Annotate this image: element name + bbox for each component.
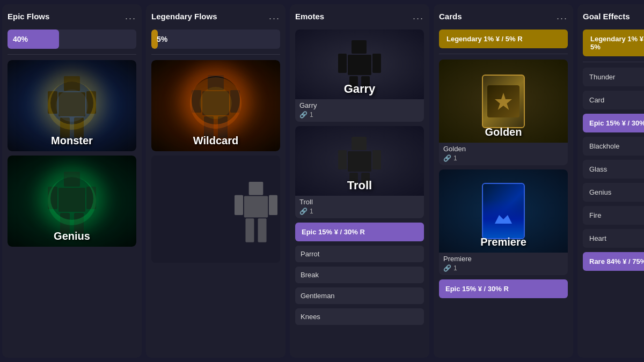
legendary-flows-divider [151,54,280,55]
gentleman-name: Gentleman [301,292,419,300]
emotes-header: Emotes ... [295,10,424,25]
genius-glow [50,177,93,220]
card-item-goal[interactable]: Card [583,91,644,109]
goal-effects-title: Goal Effects [583,12,630,21]
genius-goal-label: Genius [589,188,611,196]
epic-flows-divider [8,54,136,55]
premiere-info: Premiere 🔗 1 [439,253,568,275]
epic-flows-scroll[interactable]: Monster [8,60,136,352]
troll-emote-card[interactable]: Troll Troll 🔗 1 [295,126,424,218]
blackhole-label: Blackhole [589,142,619,150]
cards-title: Cards [439,12,462,21]
knees-name: Knees [301,313,419,321]
cards-legendary-badge: Legendary 1% ¥ / 5% R [439,29,568,48]
premiere-label: Premiere [439,236,568,248]
golden-card-inner [487,85,519,117]
legendary-flows-menu[interactable]: ... [269,11,280,22]
fire-item[interactable]: Fire [583,206,644,225]
gentleman-item[interactable]: Gentleman [295,287,424,304]
cards-column: Cards ... Legendary 1% ¥ / 5% R Gol [434,4,573,358]
premiere-card-inner [483,200,524,238]
cards-divider [439,54,568,54]
golden-coins: 🔗 1 [443,154,564,162]
genius-image: Genius [8,156,136,247]
golden-card-image: Golden [439,60,568,143]
premiere-icon [493,213,514,226]
wildcard-glow [192,76,240,124]
cards-scroll[interactable]: Golden Golden 🔗 1 [439,60,568,352]
premiere-card[interactable]: Premiere Premiere 🔗 1 [439,169,568,275]
ghost-card[interactable] [151,156,280,263]
break-item[interactable]: Break [295,267,424,283]
blackhole-item[interactable]: Blackhole [583,137,644,156]
emotes-menu[interactable]: ... [413,11,424,22]
genius-goal-item[interactable]: Genius [583,183,644,202]
legendary-flows-progress-container: 5% [151,29,280,49]
glass-item[interactable]: Glass [583,160,644,179]
legendary-flows-scroll[interactable]: Wildcard [151,60,280,352]
golden-info: Golden 🔗 1 [439,143,568,165]
emotes-column: Emotes ... Garry Garry [290,4,429,358]
svg-rect-30 [348,55,371,75]
rare-badge: Rare 84% ¥ / 75% R [583,252,644,271]
legendary-flows-column: Legendary Flows ... 5% [146,4,286,358]
goal-epic-badge: Epic 15% ¥ / 30% R [583,114,644,132]
golden-name: Golden [443,145,564,153]
svg-rect-29 [352,40,367,54]
golden-card[interactable]: Golden Golden 🔗 1 [439,60,568,165]
troll-name: Troll [299,198,420,206]
thunder-label: Thunder [589,73,615,81]
knees-item[interactable]: Knees [295,308,424,325]
cards-menu[interactable]: ... [557,11,568,22]
garry-emote-card[interactable]: Garry Garry 🔗 1 [295,29,424,122]
emotes-title: Emotes [295,12,324,21]
svg-rect-27 [245,218,254,242]
rare-badge-text: Rare 84% ¥ / 75% R [589,257,644,265]
parrot-name: Parrot [301,250,419,258]
legendary-flows-title: Legendary Flows [151,12,217,21]
svg-marker-42 [495,215,512,224]
troll-info: Troll 🔗 1 [295,196,424,218]
garry-coin-icon: 🔗 [299,111,308,119]
main-container: Epic Flows ... 40% [0,0,644,362]
cards-legendary-text: Legendary 1% ¥ / 5% R [447,35,523,43]
wildcard-image: Wildcard [151,60,280,151]
epic-flows-menu[interactable]: ... [125,11,136,22]
troll-image: Troll [295,126,424,196]
wildcard-card[interactable]: Wildcard [151,60,280,151]
epic-flows-progress-text: 40% [13,35,28,43]
genius-label: Genius [8,230,136,242]
epic-flows-progress-container: 40% [8,29,136,49]
legendary-flows-progress-bar: 5% [151,29,158,49]
svg-marker-41 [495,93,512,110]
garry-image: Garry [295,29,424,99]
svg-rect-28 [258,218,267,242]
monster-glow [50,82,93,124]
ghost-figure-svg [232,177,280,263]
fire-label: Fire [589,211,601,219]
thunder-item[interactable]: Thunder [583,68,644,86]
heart-item[interactable]: Heart [583,229,644,248]
premiere-card-image: Premiere [439,169,568,253]
epic-flows-header: Epic Flows ... [8,10,136,25]
emotes-scroll[interactable]: Garry Garry 🔗 1 [295,29,424,352]
epic-flows-progress-bar: 40% [8,29,59,49]
goal-effects-divider [583,62,644,62]
svg-rect-37 [338,150,347,169]
svg-rect-24 [244,196,268,218]
goal-effects-scroll[interactable]: Thunder Card Epic 15% ¥ / 30% R Blackhol… [583,68,644,352]
goal-epic-badge-text: Epic 15% ¥ / 30% R [589,119,644,127]
golden-coin-count: 1 [453,154,457,162]
legendary-flows-progress-text: 5% [157,35,167,43]
garry-coin-count: 1 [310,111,313,119]
golden-coin-icon: 🔗 [443,154,451,162]
genius-card[interactable]: Genius [8,156,136,247]
premiere-coin-icon: 🔗 [443,264,451,272]
monster-card[interactable]: Monster [8,60,136,151]
garry-coins: 🔗 1 [299,111,420,119]
epic-flows-column: Epic Flows ... 40% [2,4,142,358]
break-name: Break [301,271,419,279]
golden-label: Golden [439,126,568,138]
parrot-item[interactable]: Parrot [295,246,424,262]
premiere-card-visual [482,183,525,239]
